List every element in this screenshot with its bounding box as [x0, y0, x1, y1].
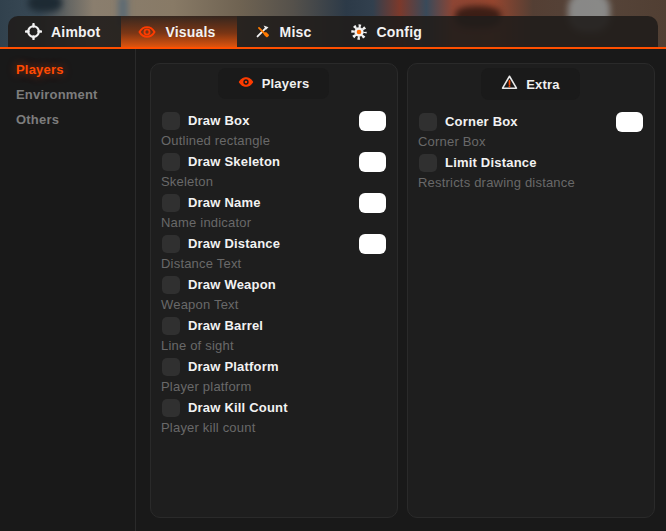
- row-label: Draw Box: [188, 113, 250, 128]
- gear-icon: [350, 23, 368, 41]
- row-label: Draw Skeleton: [188, 154, 280, 169]
- tab-config[interactable]: Config: [333, 16, 444, 47]
- row-draw-box: Draw Box Outlined rectangle: [161, 110, 386, 151]
- row-label: Draw Barrel: [188, 318, 263, 333]
- tab-visuals[interactable]: Visuals: [121, 16, 236, 47]
- row-description: Weapon Text: [161, 295, 386, 315]
- players-panel-header: Players: [218, 68, 330, 99]
- draw-name-checkbox[interactable]: [162, 194, 180, 212]
- draw-box-checkbox[interactable]: [162, 112, 180, 130]
- draw-skeleton-checkbox[interactable]: [162, 153, 180, 171]
- sidebar-item-players[interactable]: Players: [16, 63, 119, 76]
- draw-skeleton-color-swatch[interactable]: [359, 152, 386, 172]
- corner-box-color-swatch[interactable]: [616, 112, 643, 132]
- tab-label: Misc: [280, 24, 312, 40]
- warning-icon: [501, 74, 518, 94]
- row-draw-skeleton: Draw Skeleton Skeleton: [161, 151, 386, 192]
- panel-title: Players: [262, 76, 310, 91]
- row-draw-platform: Draw Platform Player platform: [161, 356, 386, 397]
- row-description: Outlined rectangle: [161, 131, 386, 151]
- draw-platform-checkbox[interactable]: [162, 358, 180, 376]
- row-description: Player kill count: [161, 418, 386, 438]
- crosshair-icon: [25, 23, 42, 40]
- row-label: Draw Platform: [188, 359, 279, 374]
- palm-silhouette: [28, 0, 62, 12]
- eye-icon: [238, 74, 254, 93]
- sidebar: Players Environment Others: [0, 49, 136, 531]
- main-area: Players Draw Box Outlined rectangle Draw…: [136, 49, 666, 531]
- extra-panel: Extra Corner Box Corner Box Limit Distan…: [407, 63, 655, 518]
- row-label: Draw Weapon: [188, 277, 276, 292]
- eye-icon: [138, 23, 156, 41]
- panel-title: Extra: [526, 77, 560, 92]
- limit-distance-checkbox[interactable]: [419, 154, 437, 172]
- row-limit-distance: Limit Distance Restricts drawing distanc…: [418, 152, 643, 193]
- draw-weapon-checkbox[interactable]: [162, 276, 180, 294]
- draw-name-color-swatch[interactable]: [359, 193, 386, 213]
- row-draw-name: Draw Name Name indicator: [161, 192, 386, 233]
- players-panel: Players Draw Box Outlined rectangle Draw…: [150, 63, 398, 518]
- row-description: Corner Box: [418, 132, 643, 152]
- players-rows: Draw Box Outlined rectangle Draw Skeleto…: [161, 110, 386, 438]
- sidebar-item-environment[interactable]: Environment: [16, 88, 119, 101]
- row-draw-distance: Draw Distance Distance Text: [161, 233, 386, 274]
- row-description: Line of sight: [161, 336, 386, 356]
- row-label: Draw Name: [188, 195, 261, 210]
- row-description: Skeleton: [161, 172, 386, 192]
- tools-icon: [254, 23, 271, 40]
- tab-aimbot[interactable]: Aimbot: [8, 16, 121, 47]
- row-draw-barrel: Draw Barrel Line of sight: [161, 315, 386, 356]
- row-draw-weapon: Draw Weapon Weapon Text: [161, 274, 386, 315]
- tab-misc[interactable]: Misc: [237, 16, 333, 47]
- draw-barrel-checkbox[interactable]: [162, 317, 180, 335]
- tab-bar: Aimbot Visuals Misc: [8, 16, 658, 47]
- content-area: Players Environment Others Players: [0, 49, 666, 531]
- draw-kill-count-checkbox[interactable]: [162, 399, 180, 417]
- sidebar-item-others[interactable]: Others: [16, 113, 119, 126]
- row-label: Draw Distance: [188, 236, 280, 251]
- draw-distance-checkbox[interactable]: [162, 235, 180, 253]
- row-label: Draw Kill Count: [188, 400, 288, 415]
- corner-box-checkbox[interactable]: [419, 113, 437, 131]
- row-description: Distance Text: [161, 254, 386, 274]
- extra-rows: Corner Box Corner Box Limit Distance Res…: [418, 111, 643, 193]
- extra-panel-header: Extra: [481, 68, 580, 100]
- tab-label: Aimbot: [51, 24, 100, 40]
- draw-box-color-swatch[interactable]: [359, 111, 386, 131]
- row-description: Restricts drawing distance: [418, 173, 643, 193]
- row-corner-box: Corner Box Corner Box: [418, 111, 643, 152]
- row-description: Player platform: [161, 377, 386, 397]
- row-label: Limit Distance: [445, 155, 537, 170]
- tab-label: Config: [377, 24, 423, 40]
- row-draw-kill-count: Draw Kill Count Player kill count: [161, 397, 386, 438]
- row-label: Corner Box: [445, 114, 518, 129]
- draw-distance-color-swatch[interactable]: [359, 234, 386, 254]
- row-description: Name indicator: [161, 213, 386, 233]
- tab-label: Visuals: [165, 24, 215, 40]
